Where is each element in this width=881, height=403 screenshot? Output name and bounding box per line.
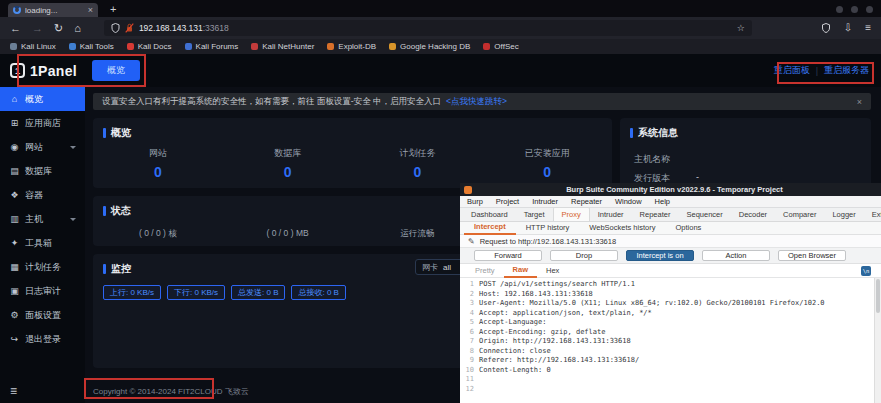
settings-icon: ⚙ [9, 310, 20, 320]
security-notice-bar: 设置安全入口有利于提高系统的安全性，如有需要，前往 面板设置-安全 中，启用安全… [93, 93, 871, 110]
stat-websites-value[interactable]: 0 [93, 164, 223, 180]
subtab-intercept[interactable]: Intercept [464, 221, 516, 235]
bookmark-offsec[interactable]: OffSec [483, 42, 518, 51]
new-tab-button[interactable]: + [110, 4, 116, 15]
tab-dashboard[interactable]: Dashboard [463, 208, 516, 221]
maximize-button[interactable] [851, 6, 858, 13]
home-icon[interactable]: ⌂ [74, 23, 81, 34]
drop-button[interactable]: Drop [550, 250, 618, 261]
stat-databases-value[interactable]: 0 [223, 164, 353, 180]
editor-scrollbar[interactable] [874, 278, 881, 403]
view-tab-hex[interactable]: Hex [537, 264, 568, 277]
menu-project[interactable]: Project [496, 197, 519, 206]
notice-text: 设置安全入口有利于提高系统的安全性，如有需要，前往 面板设置-安全 中，启用安全… [102, 96, 441, 108]
menu-burp[interactable]: Burp [467, 197, 483, 206]
menu-hamburger-icon[interactable]: ≡ [865, 23, 871, 33]
sidebar-item-toolbox[interactable]: ✦工具箱 [0, 231, 85, 255]
sidebar-item-website[interactable]: ◉网站 [0, 135, 85, 159]
tab-proxy[interactable]: Proxy [553, 207, 590, 221]
menu-repeater[interactable]: Repeater [571, 197, 602, 206]
bookmark-kali-tools[interactable]: Kali Tools [69, 42, 114, 51]
window-controls [836, 6, 873, 13]
stat-databases: 数据库 0 [223, 147, 353, 180]
action-button[interactable]: Action [702, 250, 770, 261]
intercept-toggle-button[interactable]: Intercept is on [626, 250, 694, 261]
subtab-http-history[interactable]: HTTP history [516, 222, 580, 234]
tab-comparer[interactable]: Comparer [775, 208, 824, 221]
tab-target[interactable]: Target [516, 208, 553, 221]
tab-sequencer[interactable]: Sequencer [678, 208, 730, 221]
url-bar[interactable]: 192.168.143.131:33618 ☆ [104, 20, 752, 36]
shield-icon[interactable] [111, 23, 120, 33]
close-window-button[interactable] [866, 6, 873, 13]
loading-spinner-icon [13, 6, 21, 14]
newline-toggle-icon[interactable]: \n [861, 266, 871, 276]
burp-intercept-buttons: Forward Drop Intercept is on Action Open… [460, 248, 881, 264]
sidebar-item-logout[interactable]: ↪退出登录 [0, 327, 85, 351]
notice-close-icon[interactable]: × [857, 97, 862, 107]
sidebar-item-container[interactable]: ❖容器 [0, 183, 85, 207]
sidebar-collapse-icon[interactable]: ≡ [10, 385, 17, 397]
bookmarks-bar: Kali Linux Kali Tools Kali Docs Kali For… [0, 39, 881, 54]
downloads-icon[interactable]: ⇩ [844, 23, 852, 33]
bookmark-google-hacking-db[interactable]: Google Hacking DB [389, 42, 470, 51]
cron-icon: ▦ [9, 262, 20, 272]
request-line [460, 375, 881, 385]
burp-window-title: Burp Suite Community Edition v2022.9.6 -… [472, 185, 877, 194]
sidebar-item-logs[interactable]: ▣日志审计 [0, 279, 85, 303]
view-tab-pretty[interactable]: Pretty [466, 264, 504, 277]
bookmark-star-icon[interactable]: ☆ [737, 23, 745, 33]
bookmark-kali-docs[interactable]: Kali Docs [127, 42, 172, 51]
toolbar-right: ⇩ ≡ [821, 23, 871, 33]
burp-suite-window: Burp Suite Community Edition v2022.9.6 -… [460, 183, 881, 403]
kali-forums-icon [185, 43, 192, 50]
stat-installed-apps-value[interactable]: 0 [482, 164, 612, 180]
burp-title-bar[interactable]: Burp Suite Community Edition v2022.9.6 -… [460, 183, 881, 196]
protection-shield-icon[interactable] [821, 23, 831, 33]
minimize-button[interactable] [836, 6, 843, 13]
tab-logger[interactable]: Logger [824, 208, 863, 221]
reload-icon[interactable]: ↻ [54, 23, 63, 34]
menu-help[interactable]: Help [655, 197, 670, 206]
tab-intruder[interactable]: Intruder [590, 208, 632, 221]
sidebar: ⌂概览 ⊞应用商店 ◉网站 ▤数据库 ❖容器 ▥主机 ✦工具箱 ▦计划任务 ▣日… [0, 87, 85, 403]
logs-icon: ▣ [9, 286, 20, 296]
bookmark-exploit-db[interactable]: Exploit-DB [327, 42, 376, 51]
menu-window[interactable]: Window [615, 197, 642, 206]
notice-jump-link[interactable]: <点我快速跳转> [446, 96, 507, 108]
browser-tab[interactable]: loading... × [8, 3, 98, 17]
tab-title: loading... [25, 6, 84, 15]
view-tab-raw[interactable]: Raw [504, 263, 537, 278]
subtab-websockets-history[interactable]: WebSockets history [579, 222, 665, 234]
bookmark-kali-forums[interactable]: Kali Forums [185, 42, 239, 51]
tab-repeater[interactable]: Repeater [632, 208, 679, 221]
overview-card: 概览 网站 0 数据库 0 计划任务 0 已安装应用 0 [93, 118, 612, 188]
system-info-card: 系统信息 主机名称 发行版本 - [620, 118, 871, 188]
sidebar-item-cron[interactable]: ▦计划任务 [0, 255, 85, 279]
stat-cronjobs-value[interactable]: 0 [353, 164, 483, 180]
burp-request-editor[interactable]: POST /api/v1/settings/search HTTP/1.1 Ho… [460, 278, 881, 403]
sidebar-item-host[interactable]: ▥主机 [0, 207, 85, 231]
overview-stats: 网站 0 数据库 0 计划任务 0 已安装应用 0 [93, 147, 612, 180]
forward-icon[interactable]: → [32, 23, 43, 34]
subtab-options[interactable]: Options [665, 222, 711, 234]
forward-button[interactable]: Forward [474, 250, 542, 261]
sidebar-item-overview[interactable]: ⌂概览 [0, 87, 85, 111]
back-icon[interactable]: ← [10, 23, 21, 34]
tab-extender[interactable]: Extender [864, 208, 881, 221]
tab-close-icon[interactable]: × [88, 6, 93, 15]
sidebar-item-app-store[interactable]: ⊞应用商店 [0, 111, 85, 135]
request-line: Referer: http://192.168.143.131:33618/ [460, 356, 881, 366]
sidebar-item-settings[interactable]: ⚙面板设置 [0, 303, 85, 327]
insecure-lock-icon[interactable] [125, 23, 134, 33]
tab-decoder[interactable]: Decoder [731, 208, 775, 221]
pill-total-received: 总接收: 0 B [291, 285, 345, 300]
sidebar-item-database[interactable]: ▤数据库 [0, 159, 85, 183]
open-browser-button[interactable]: Open Browser [778, 250, 846, 261]
bookmark-kali-linux[interactable]: Kali Linux [10, 42, 56, 51]
request-line: Accept-Language: [460, 318, 881, 328]
pill-download: 下行: 0 KB/s [167, 285, 225, 300]
menu-intruder[interactable]: Intruder [532, 197, 558, 206]
bookmark-kali-nethunter[interactable]: Kali NetHunter [251, 42, 314, 51]
status-memory: ( 0 / 0 ) MB [223, 228, 353, 240]
